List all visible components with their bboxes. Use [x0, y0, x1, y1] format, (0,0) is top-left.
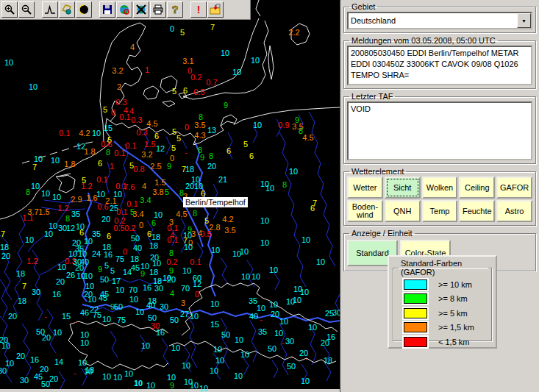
station-value[interactable]: - [260, 316, 263, 324]
station-value[interactable]: 0.2 [166, 258, 177, 266]
wetterelement-astro[interactable]: Astro [496, 200, 532, 222]
station-value[interactable]: 10 [274, 329, 283, 338]
station-value[interactable]: 50 [287, 363, 296, 371]
station-value[interactable]: 10 [251, 57, 260, 65]
station-value[interactable]: 2.2 [288, 29, 299, 37]
station-value[interactable]: - [44, 313, 47, 321]
station-value[interactable]: 10 [240, 351, 249, 359]
station-value[interactable]: 10 [301, 377, 310, 385]
station-value[interactable]: 0.2 [190, 74, 201, 82]
station-value[interactable]: 70 [181, 285, 190, 293]
station-value[interactable]: 50 [131, 235, 140, 243]
station-value[interactable]: 18 [0, 243, 9, 252]
station-value[interactable]: 0.3 [136, 129, 147, 137]
station-value[interactable]: 18 [185, 165, 194, 174]
station-value[interactable]: 10 [240, 248, 249, 256]
station-value[interactable]: 20 [321, 339, 329, 347]
station-value[interactable]: 6 [201, 190, 205, 198]
station-value[interactable]: - [305, 354, 308, 363]
station-value[interactable]: 7 [32, 163, 37, 171]
station-value[interactable]: 40 [133, 244, 142, 252]
station-value[interactable]: 20 [101, 215, 110, 224]
station-value[interactable]: 35 [258, 328, 267, 336]
station-value[interactable]: 10 [92, 129, 101, 138]
station-value[interactable]: 35 [71, 210, 80, 218]
station-value[interactable]: 0.1 [190, 258, 201, 266]
station-value[interactable]: 0 [185, 124, 189, 132]
station-value[interactable]: 3.2 [141, 151, 152, 159]
station-value[interactable]: 0 [139, 221, 143, 229]
station-value[interactable]: 10 [84, 368, 93, 376]
station-value[interactable]: 1 [145, 66, 149, 74]
station-value[interactable]: 20 [16, 352, 25, 360]
eclipse-button[interactable] [76, 1, 92, 18]
station-value[interactable]: 8 [106, 149, 110, 157]
station-value[interactable]: 3.4 [132, 210, 143, 218]
station-value[interactable]: 10 [210, 300, 219, 308]
station-value[interactable]: 10 [96, 190, 105, 199]
station-value[interactable]: 10 [235, 336, 243, 344]
station-value[interactable]: 10 [251, 273, 260, 281]
station-value[interactable]: 2.9 [71, 196, 82, 204]
station-value[interactable]: 26 [66, 271, 75, 279]
station-value[interactable]: 3.2 [112, 67, 123, 75]
station-value[interactable]: 10 [146, 382, 155, 390]
station-value[interactable]: 10 [31, 182, 40, 190]
station-value[interactable]: 0.5 [200, 230, 211, 238]
station-value[interactable]: 10 [4, 59, 13, 67]
profile-button[interactable] [42, 1, 58, 18]
station-value[interactable]: 1.2 [57, 204, 68, 213]
taf-text[interactable]: VOID [347, 101, 532, 160]
station-value[interactable]: 4.2 [222, 215, 233, 224]
station-value[interactable]: 75 [117, 316, 126, 324]
station-value[interactable]: 13 [207, 126, 216, 135]
station-value[interactable]: 35 [92, 230, 101, 238]
station-value[interactable]: 10 [301, 236, 310, 244]
station-value[interactable]: 10 [102, 373, 111, 381]
station-value[interactable]: 0.5 [193, 88, 204, 96]
station-value[interactable]: 1.5 [154, 179, 165, 187]
station-value[interactable]: 27 [180, 310, 189, 318]
station-value[interactable]: 1.2 [26, 257, 38, 266]
station-value[interactable]: 0 [111, 109, 115, 117]
station-value[interactable]: 20 [207, 163, 216, 171]
station-value[interactable]: 14 [54, 358, 63, 366]
station-value[interactable]: 18 [324, 357, 332, 365]
station-value[interactable]: 8 [26, 188, 30, 196]
station-value[interactable]: 10 [134, 379, 143, 388]
station-value[interactable]: 6 [183, 87, 188, 95]
station-value[interactable]: 20 [1, 252, 10, 260]
station-value[interactable]: 0.2 [124, 224, 135, 232]
station-value[interactable]: 12 [193, 280, 201, 288]
station-value[interactable]: 9 [140, 270, 145, 278]
station-value[interactable]: 10 [53, 329, 62, 337]
station-value[interactable]: 10 [184, 243, 193, 252]
station-value[interactable]: 8 [282, 181, 287, 189]
station-value[interactable]: 21 [218, 176, 227, 184]
station-value[interactable]: 0.1 [125, 142, 136, 150]
station-value[interactable]: 10 [232, 68, 241, 76]
station-value[interactable]: 30 [0, 367, 7, 375]
station-value[interactable]: 20 [42, 334, 51, 342]
station-value[interactable]: 10 [260, 217, 269, 225]
station-value[interactable]: 4.3 [194, 132, 205, 140]
station-value[interactable]: 10 [241, 273, 250, 281]
station-value[interactable]: 12 [66, 224, 75, 232]
station-value[interactable]: 10 [88, 296, 96, 304]
station-value[interactable]: 1.2 [81, 182, 92, 190]
station-value[interactable]: 3.1 [182, 57, 193, 65]
station-value[interactable]: 7 [22, 282, 26, 291]
station-value[interactable]: 9 [200, 154, 204, 162]
station-value[interactable]: 10 [171, 344, 180, 352]
station-value[interactable]: 12 [156, 145, 165, 153]
station-value[interactable]: 10 [260, 239, 269, 247]
station-value[interactable]: 2 [117, 83, 121, 91]
station-value[interactable]: 5 [110, 267, 115, 275]
station-value[interactable]: 14 [123, 268, 132, 277]
station-value[interactable]: 75 [93, 311, 101, 319]
station-value[interactable]: 3.5 [224, 227, 235, 235]
station-value[interactable]: 9 [224, 101, 228, 110]
station-value[interactable]: 0.9 [278, 121, 289, 129]
station-value[interactable]: 4 [142, 182, 146, 190]
station-value[interactable]: 5 [104, 262, 109, 270]
